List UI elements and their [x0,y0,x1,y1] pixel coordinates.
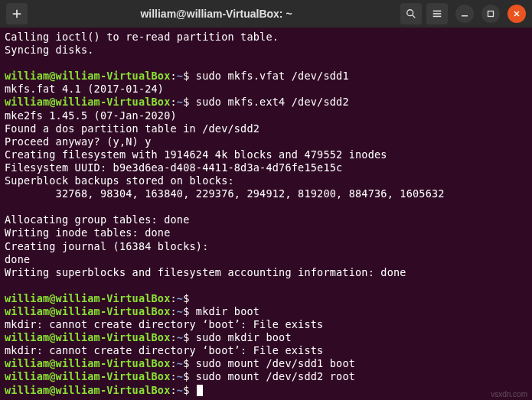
prompt-colon: : [171,96,177,108]
terminal-line: william@william-VirtualBox:~$ sudo mkdir… [5,331,527,344]
command-text: sudo mount /dev/sdd2 root [196,370,355,382]
terminal-line: mkfs.fat 4.1 (2017-01-24) [5,83,527,96]
terminal-line: Filesystem UUID: b9e3d6ea-d408-4411-8d3a… [5,161,527,174]
close-icon [513,10,521,18]
titlebar: william@william-VirtualBox: ~ [0,0,532,28]
prompt-sigil: $ [183,96,196,108]
prompt-user-host: william@william-VirtualBox [5,357,171,369]
minimize-icon [461,10,468,18]
prompt-colon: : [171,370,177,382]
prompt-path: ~ [177,292,183,304]
prompt-user-host: william@william-VirtualBox [5,384,171,396]
watermark: vsxdn.com [491,390,527,398]
maximize-button[interactable] [481,5,500,23]
output-text: mkdir: cannot create directory ‘boot’: F… [5,318,323,330]
prompt-sigil: $ [183,305,196,317]
terminal-line: Proceed anyway? (y,N) y [5,135,527,148]
output-text: Proceed anyway? (y,N) y [5,135,152,148]
output-text: Filesystem UUID: b9e3d6ea-d408-4411-8d3a… [5,161,342,174]
titlebar-right [400,3,526,24]
new-tab-button[interactable] [6,3,28,24]
maximize-icon [487,10,494,18]
terminal-line: william@william-VirtualBox:~$ [5,292,527,305]
prompt-sigil: $ [183,370,196,382]
terminal-line: Writing inode tables: done [5,226,527,239]
prompt-sigil: $ [183,357,196,369]
titlebar-left [6,3,32,24]
cursor [197,385,203,396]
terminal-line: done [5,253,527,266]
prompt-path: ~ [177,96,183,108]
output-text: Found a dos partition table in /dev/sdd2 [5,122,259,135]
prompt-path: ~ [177,357,183,369]
search-icon [406,8,416,19]
svg-line-1 [413,15,416,18]
terminal-line: Superblock backups stored on blocks: [5,174,527,187]
command-text: sudo mkfs.ext4 /dev/sdd2 [196,96,349,108]
output-text: Creating journal (16384 blocks): [5,240,209,252]
output-text: Superblock backups stored on blocks: [5,174,234,187]
terminal-line: william@william-VirtualBox:~$ sudo mkfs.… [5,70,527,83]
prompt-colon: : [171,292,177,304]
prompt-sigil: $ [183,331,196,343]
prompt-sigil: $ [183,384,196,396]
terminal-line [5,57,527,70]
output-text: Syncing disks. [5,44,94,56]
prompt-path: ~ [177,331,183,343]
output-text: done [5,253,30,265]
terminal-line: william@william-VirtualBox:~$ sudo mount… [5,370,527,383]
prompt-sigil: $ [183,292,196,304]
output-text: Writing superblocks and filesystem accou… [5,266,406,278]
prompt-path: ~ [177,305,183,317]
terminal-line [5,200,527,213]
svg-rect-5 [462,15,468,17]
prompt-user-host: william@william-VirtualBox [5,292,171,304]
terminal-line: Calling ioctl() to re-read partition tab… [5,31,527,44]
prompt-user-host: william@william-VirtualBox [5,305,171,317]
output-text: Calling ioctl() to re-read partition tab… [5,31,279,43]
terminal-line: william@william-VirtualBox:~$ sudo mkfs.… [5,96,527,109]
output-text: mkdir: cannot create directory ‘boot’: F… [5,344,323,356]
terminal-line: william@william-VirtualBox:~$ mkdir boot [5,305,527,318]
plus-icon [11,8,22,19]
prompt-user-host: william@william-VirtualBox [5,70,171,82]
terminal-line: Syncing disks. [5,44,527,57]
prompt-sigil: $ [183,70,196,82]
svg-rect-2 [433,11,442,12]
prompt-user-host: william@william-VirtualBox [5,370,171,382]
command-text: sudo mount /dev/sdd1 boot [196,357,355,369]
terminal-line: william@william-VirtualBox:~$ [5,384,527,397]
prompt-user-host: william@william-VirtualBox [5,331,171,343]
output-text: Allocating group tables: done [5,213,190,226]
svg-rect-6 [488,11,494,17]
command-text: mkdir boot [196,305,259,317]
terminal-line: william@william-VirtualBox:~$ sudo mount… [5,357,527,370]
prompt-colon: : [171,357,177,369]
output-text: Writing inode tables: done [5,226,171,239]
close-button[interactable] [508,5,526,23]
menu-button[interactable] [426,3,448,24]
svg-rect-3 [433,13,442,15]
svg-point-0 [407,10,413,16]
output-text: mkfs.fat 4.1 (2017-01-24) [5,83,164,95]
terminal-line: Writing superblocks and filesystem accou… [5,266,527,279]
svg-rect-4 [433,16,442,18]
search-button[interactable] [400,3,422,24]
minimize-button[interactable] [455,5,474,23]
prompt-colon: : [171,70,177,82]
prompt-colon: : [171,331,177,343]
output-text: 32768, 98304, 163840, 229376, 294912, 81… [5,187,445,200]
command-text: sudo mkdir boot [196,331,292,343]
terminal-output[interactable]: Calling ioctl() to re-read partition tab… [0,28,532,400]
terminal-line: 32768, 98304, 163840, 229376, 294912, 81… [5,187,527,200]
prompt-path: ~ [177,70,183,82]
terminal-line: Found a dos partition table in /dev/sdd2 [5,122,527,135]
terminal-line: Allocating group tables: done [5,213,527,226]
prompt-path: ~ [177,384,183,396]
prompt-user-host: william@william-VirtualBox [5,96,171,108]
terminal-line: Creating filesystem with 1914624 4k bloc… [5,148,527,161]
prompt-colon: : [171,305,177,317]
terminal-line: mke2fs 1.45.5 (07-Jan-2020) [5,109,527,122]
hamburger-icon [432,8,442,19]
output-text: Creating filesystem with 1914624 4k bloc… [5,148,387,161]
